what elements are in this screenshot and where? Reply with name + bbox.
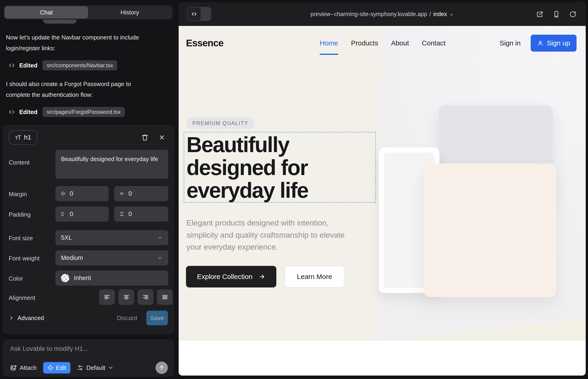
- content-input[interactable]: Beautifully designed for everyday life: [56, 150, 168, 179]
- url-host: preview--charming-site-symphony.lovable.…: [310, 11, 427, 17]
- site-logo[interactable]: Essence: [186, 38, 223, 49]
- margin-label: Margin: [9, 191, 27, 198]
- default-label: Default: [86, 364, 105, 371]
- font-weight-select[interactable]: Medium: [56, 250, 168, 266]
- sliders-icon: [77, 364, 84, 371]
- tab-history[interactable]: History: [88, 6, 171, 19]
- site-navbar: Essence Home Products About Contact Sign…: [186, 26, 576, 60]
- code-preview-toggle[interactable]: [187, 7, 211, 21]
- content-label: Content: [9, 159, 30, 166]
- preview-browser-window: preview--charming-site-symphony.lovable.…: [179, 2, 586, 376]
- tab-chat[interactable]: Chat: [5, 6, 88, 19]
- sign-up-button[interactable]: Sign up: [531, 35, 576, 52]
- nav-link-about[interactable]: About: [391, 39, 409, 47]
- refresh-button[interactable]: [569, 11, 576, 18]
- align-right-icon: [142, 294, 149, 300]
- padding-x-value: 0: [70, 211, 73, 218]
- refresh-icon: [569, 11, 576, 18]
- attach-button[interactable]: Attach: [10, 364, 37, 371]
- padding-label: Padding: [9, 211, 31, 218]
- typography-icon: ᴛT: [15, 134, 21, 141]
- element-editor-panel: ᴛT h1 Content Beautifully designed for e…: [3, 125, 174, 334]
- align-justify-button[interactable]: [157, 289, 173, 305]
- align-justify-icon: [161, 294, 168, 300]
- color-value: Inherit: [74, 275, 91, 282]
- alignment-button-group: [99, 289, 173, 305]
- send-button[interactable]: [155, 362, 168, 374]
- chevron-down-icon: [157, 235, 163, 241]
- edit-mode-button[interactable]: Edit: [43, 362, 70, 374]
- hero-heading[interactable]: Beautifully designed for everyday life: [186, 133, 374, 202]
- code-icon: [8, 62, 15, 69]
- padding-y-value: 0: [128, 211, 132, 218]
- color-select[interactable]: Inherit: [56, 270, 168, 286]
- site-nav-links: Home Products About Contact: [320, 39, 445, 47]
- url-separator: /: [429, 11, 431, 17]
- discard-button[interactable]: Discard: [117, 315, 137, 322]
- learn-more-button[interactable]: Learn More: [285, 266, 344, 288]
- padding-x-input[interactable]: 0: [56, 206, 109, 222]
- margin-y-input[interactable]: 0: [114, 186, 168, 201]
- edited-file-chip[interactable]: src/components/Navbar.tsx: [42, 60, 117, 70]
- hero-cta-row: Explore Collection Learn More: [186, 266, 344, 288]
- align-right-button[interactable]: [138, 289, 154, 305]
- font-size-select[interactable]: 5XL: [56, 230, 168, 245]
- edited-file-row: Edited src/pages/ForgotPassword.tsx: [8, 107, 125, 117]
- hero-badge: PREMIUM QUALITY: [186, 117, 255, 129]
- chevron-down-icon: [449, 12, 454, 17]
- user-icon: [537, 40, 543, 46]
- arrow-up-icon: [158, 364, 165, 371]
- attach-label: Attach: [20, 364, 37, 371]
- edit-label: Edit: [56, 364, 66, 371]
- hero-paragraph: Elegant products designed with intention…: [186, 217, 351, 253]
- nav-link-contact[interactable]: Contact: [422, 39, 445, 47]
- target-icon: [47, 364, 54, 371]
- chat-message: I should also create a Forgot Password p…: [6, 79, 148, 100]
- edited-file-chip[interactable]: src/pages/ForgotPassword.tsx: [42, 107, 125, 117]
- edited-label: Edited: [19, 109, 37, 116]
- chevron-right-icon: [9, 315, 14, 321]
- advanced-toggle[interactable]: Advanced: [9, 315, 44, 322]
- font-size-label: Font size: [9, 235, 33, 242]
- chrome-actions: [536, 2, 576, 26]
- scrolled-message-peek: ··: [43, 19, 77, 24]
- explore-collection-button[interactable]: Explore Collection: [186, 266, 276, 287]
- close-panel-button[interactable]: [156, 132, 167, 143]
- model-default-selector[interactable]: Default: [77, 364, 113, 371]
- chevron-down-icon: [108, 365, 113, 371]
- open-in-new-tab-button[interactable]: [536, 11, 543, 18]
- nav-link-home[interactable]: Home: [320, 39, 338, 47]
- padding-vertical-icon: [119, 211, 125, 217]
- save-button[interactable]: Save: [146, 311, 168, 325]
- margin-x-input[interactable]: 0: [56, 186, 109, 201]
- align-left-button[interactable]: [99, 289, 115, 305]
- sign-in-link[interactable]: Sign in: [500, 39, 521, 47]
- composer-input[interactable]: [10, 345, 166, 352]
- lovable-sidebar: Chat History ·· Now let's update the Nav…: [0, 0, 179, 379]
- advanced-label: Advanced: [17, 315, 44, 322]
- alignment-label: Alignment: [9, 294, 35, 301]
- nav-link-products[interactable]: Products: [351, 39, 378, 47]
- color-label: Color: [9, 275, 23, 282]
- margin-vertical-icon: [119, 191, 125, 197]
- chevron-down-icon: [157, 255, 163, 261]
- color-swatch-transparent: [61, 274, 69, 282]
- composer-toolbar: Attach Edit Default: [10, 362, 168, 374]
- edited-label: Edited: [19, 62, 37, 69]
- padding-y-input[interactable]: 0: [114, 206, 168, 222]
- align-center-icon: [123, 294, 130, 300]
- font-weight-label: Font weight: [9, 255, 39, 262]
- site-nav-auth: Sign in Sign up: [500, 35, 576, 52]
- mobile-view-button[interactable]: [553, 11, 560, 18]
- browser-chrome-bar: preview--charming-site-symphony.lovable.…: [179, 2, 586, 26]
- font-size-value: 5XL: [61, 234, 72, 241]
- code-icon: [8, 109, 15, 115]
- app-root: Chat History ·· Now let's update the Nav…: [0, 0, 588, 379]
- url-bar[interactable]: preview--charming-site-symphony.lovable.…: [310, 11, 454, 17]
- align-center-button[interactable]: [118, 289, 134, 305]
- margin-y-value: 0: [128, 190, 132, 197]
- delete-element-button[interactable]: [139, 132, 150, 143]
- trash-icon: [141, 134, 149, 141]
- align-left-icon: [104, 294, 110, 300]
- editor-footer: Advanced Discard Save: [9, 310, 168, 326]
